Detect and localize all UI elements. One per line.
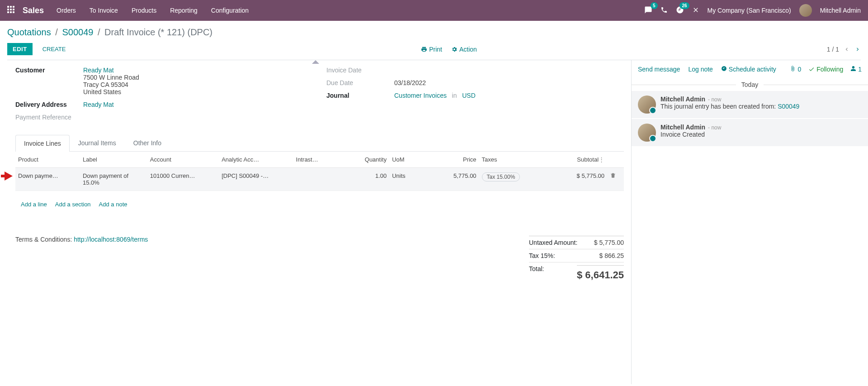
- pager: 1 / 1: [827, 46, 861, 53]
- message-item[interactable]: Mitchell Admin - now Invoice Created: [632, 119, 868, 146]
- tax-pill[interactable]: Tax 15.00%: [482, 172, 520, 181]
- breadcrumb-quotations[interactable]: Quotations: [7, 27, 51, 37]
- customer-addr3: United States: [83, 88, 121, 95]
- toolbar-center: Print Action: [71, 46, 826, 53]
- user-avatar[interactable]: [799, 4, 812, 17]
- invoice-lines-table: Product Label Account Analytic Acc… Intr…: [15, 152, 624, 218]
- cell-product: Down payme…: [18, 172, 77, 179]
- log-note-button[interactable]: Log note: [688, 66, 713, 73]
- label-customer: Customer: [15, 67, 83, 74]
- message-author: Mitchell Admin: [660, 124, 705, 131]
- table-actions-row: Add a line Add a section Add a note: [15, 191, 624, 218]
- activities-icon[interactable]: 26: [676, 6, 684, 15]
- edit-button[interactable]: EDIT: [7, 43, 33, 55]
- trash-icon[interactable]: [610, 173, 616, 180]
- pointer-arrow-icon: [5, 172, 13, 181]
- action-button[interactable]: Action: [451, 46, 477, 53]
- label-invoice-date: Invoice Date: [326, 67, 394, 74]
- nav-to-invoice[interactable]: To Invoice: [90, 7, 118, 14]
- attach-count: 0: [797, 66, 801, 73]
- chatter: Send message Log note Schedule activity …: [631, 60, 868, 384]
- table-row[interactable]: Down payme… Down payment of 15.0% 101000…: [15, 168, 624, 191]
- nav-reporting[interactable]: Reporting: [170, 7, 198, 14]
- breadcrumb: Quotations / S00049 / Draft Invoice (* 1…: [7, 27, 861, 38]
- check-icon: [808, 66, 815, 72]
- tab-invoice-lines[interactable]: Invoice Lines: [15, 135, 70, 152]
- column-options-icon[interactable]: ⋮: [599, 156, 604, 163]
- attachment-icon: [790, 66, 796, 71]
- col-product: Product: [15, 152, 80, 168]
- customer-link[interactable]: Ready Mat: [83, 67, 114, 74]
- attachments-button[interactable]: 0: [790, 66, 801, 73]
- phone-icon[interactable]: [660, 6, 668, 15]
- col-uom: UoM: [389, 152, 428, 168]
- create-button[interactable]: CREATE: [37, 43, 71, 55]
- clock-icon: [721, 66, 727, 71]
- send-message-button[interactable]: Send message: [638, 66, 680, 73]
- delivery-link[interactable]: Ready Mat: [83, 101, 114, 108]
- apps-icon[interactable]: [7, 6, 16, 15]
- messages-icon[interactable]: 5: [644, 6, 652, 15]
- total-untaxed-value: $ 5,775.00: [594, 239, 624, 246]
- user-name[interactable]: Mitchell Admin: [820, 7, 861, 14]
- app-brand[interactable]: Sales: [23, 6, 44, 15]
- col-price: Price: [428, 152, 479, 168]
- col-taxes: Taxes: [479, 152, 537, 168]
- table-header: Product Label Account Analytic Acc… Intr…: [15, 152, 624, 168]
- chevron-left-icon[interactable]: [844, 46, 850, 52]
- tab-journal-items[interactable]: Journal Items: [70, 134, 125, 151]
- col-qty: Quantity: [338, 152, 389, 168]
- form-view: Customer Ready Mat 7500 W Linne Road Tra…: [0, 60, 631, 384]
- journal-link[interactable]: Customer Invoices: [394, 92, 447, 99]
- tabs: Invoice Lines Journal Items Other Info: [15, 134, 624, 152]
- cell-analytic: [DPC] S00049 -…: [222, 172, 290, 179]
- company-switcher[interactable]: My Company (San Francisco): [708, 7, 791, 14]
- totals: Untaxed Amount: $ 5,775.00 Tax 15%: $ 86…: [529, 236, 624, 284]
- toolbar: EDIT CREATE Print Action 1 / 1: [7, 43, 861, 60]
- print-button[interactable]: Print: [421, 46, 442, 53]
- cell-qty: 1.00: [338, 168, 389, 191]
- followers-button[interactable]: 1: [850, 66, 862, 73]
- action-label: Action: [459, 46, 477, 53]
- breadcrumb-current: Draft Invoice (* 121) (DPC): [104, 27, 212, 37]
- total-tax-value: $ 866.25: [599, 252, 624, 259]
- print-icon: [421, 46, 427, 52]
- nav-orders[interactable]: Orders: [57, 7, 76, 14]
- add-section-link[interactable]: Add a section: [55, 201, 91, 208]
- message-body-link[interactable]: S00049: [778, 103, 799, 110]
- label-delivery: Delivery Address: [15, 101, 83, 108]
- col-label: Label: [80, 152, 147, 168]
- terms-link[interactable]: http://localhost:8069/terms: [74, 236, 148, 243]
- nav-products[interactable]: Products: [132, 7, 156, 14]
- chatter-today-divider: Today: [632, 81, 868, 88]
- message-body: This journal entry has been created from…: [660, 103, 778, 110]
- col-analytic: Analytic Acc…: [219, 152, 293, 168]
- message-author: Mitchell Admin: [660, 95, 705, 103]
- col-intrastat: Intrast…: [293, 152, 338, 168]
- total-value: $ 6,641.25: [577, 265, 624, 281]
- journal-in: in: [452, 92, 457, 99]
- chevron-right-icon[interactable]: [854, 46, 861, 52]
- nav-configuration[interactable]: Configuration: [211, 7, 249, 14]
- following-button[interactable]: Following: [808, 66, 843, 73]
- debug-icon[interactable]: [692, 6, 699, 15]
- chatter-head: Send message Log note Schedule activity …: [632, 60, 868, 78]
- user-icon: [850, 66, 856, 71]
- currency-link[interactable]: USD: [462, 92, 476, 99]
- tab-other-info[interactable]: Other Info: [125, 134, 170, 151]
- cell-price: 5,775.00: [428, 168, 479, 191]
- schedule-activity-button[interactable]: Schedule activity: [721, 66, 776, 73]
- author-avatar: [638, 124, 656, 142]
- activities-badge: 26: [679, 2, 689, 9]
- message-item[interactable]: Mitchell Admin - now This journal entry …: [632, 91, 868, 118]
- control-area: Quotations / S00049 / Draft Invoice (* 1…: [0, 21, 868, 60]
- following-label: Following: [816, 66, 843, 73]
- breadcrumb-order[interactable]: S00049: [62, 27, 93, 37]
- cell-account: 101000 Curren…: [150, 172, 216, 179]
- add-note-link[interactable]: Add a note: [99, 201, 127, 208]
- add-line-link[interactable]: Add a line: [21, 201, 47, 208]
- customer-addr2: Tracy CA 95304: [83, 81, 128, 88]
- scroll-up-icon[interactable]: [312, 60, 319, 64]
- label-due-date: Due Date: [326, 79, 394, 86]
- author-avatar: [638, 95, 656, 114]
